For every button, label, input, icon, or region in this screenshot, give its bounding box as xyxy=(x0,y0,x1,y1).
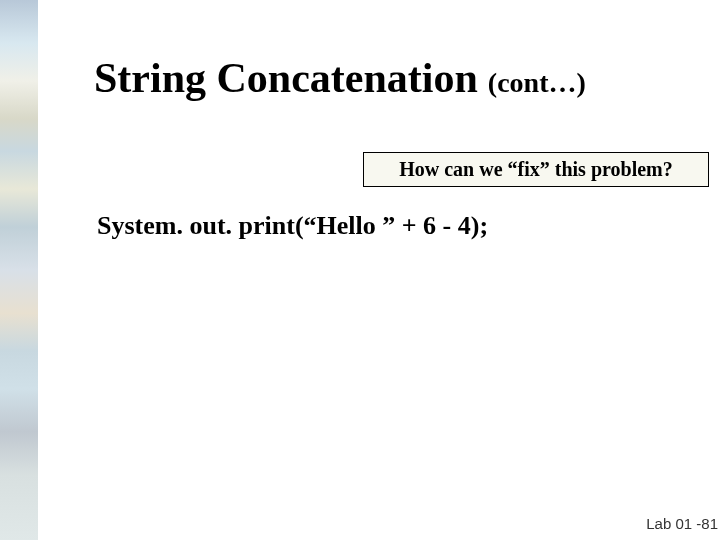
title-sub: (cont…) xyxy=(488,67,586,99)
callout-text: How can we “fix” this problem? xyxy=(399,158,673,181)
code-text: System. out. print(“Hello ” + 6 - 4); xyxy=(97,211,488,240)
callout-box: How can we “fix” this problem? xyxy=(363,152,709,187)
code-line: System. out. print(“Hello ” + 6 - 4); xyxy=(97,211,488,241)
footer-label: Lab 01 -81 xyxy=(646,515,718,532)
slide-content: String Concatenation (cont…) How can we … xyxy=(0,0,720,540)
footer-text: Lab 01 -81 xyxy=(646,515,718,532)
slide-title: String Concatenation (cont…) xyxy=(94,54,586,102)
title-main: String Concatenation xyxy=(94,54,478,102)
